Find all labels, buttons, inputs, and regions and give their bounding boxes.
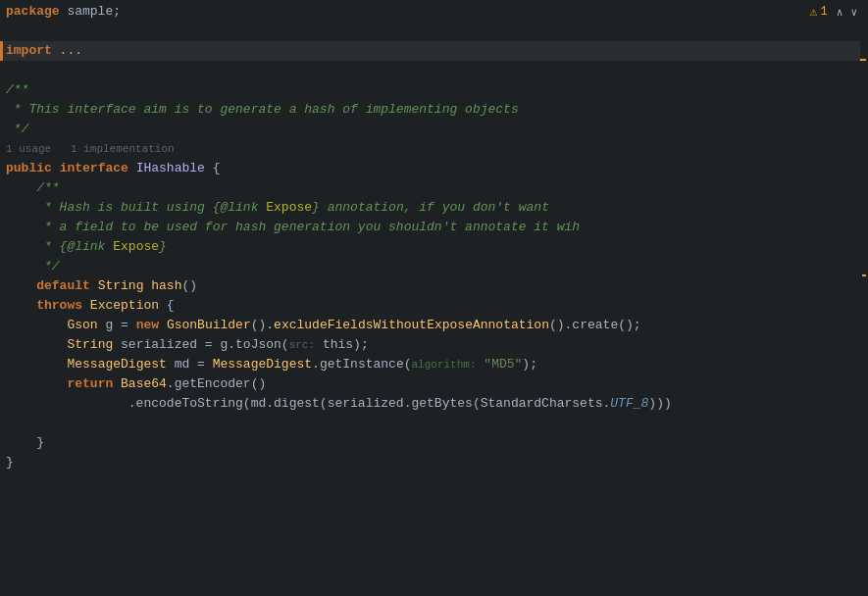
line-8: 1 usage 1 implementation [0, 139, 868, 159]
keyword-package: package [6, 4, 60, 19]
down-arrow[interactable]: ∨ [847, 5, 860, 20]
line-20: return Base64.getEncoder() [0, 374, 868, 394]
line-7: */ [0, 120, 868, 139]
line-13: * {@link Expose} [0, 237, 868, 257]
line-6: * This interface aim is to generate a ha… [0, 100, 868, 120]
line-3: import ... [0, 41, 868, 61]
up-arrow[interactable]: ∧ [834, 5, 846, 20]
line-21: .encodeToString(md.digest(serialized.get… [0, 394, 868, 414]
line-11: * Hash is built using {@link Expose} ann… [0, 198, 868, 218]
line-5: /** [0, 80, 868, 100]
code-area: package sample; import ... /** * This in… [0, 0, 868, 472]
line-22 [0, 414, 868, 433]
minimap-warning-2 [862, 274, 866, 276]
top-bar: ⚠ 1 ∧ ∨ [802, 0, 868, 24]
line-4 [0, 61, 868, 80]
line-24: } [0, 453, 868, 472]
line-19: MessageDigest md = MessageDigest.getInst… [0, 355, 868, 374]
line-12: * a field to be used for hash generation… [0, 218, 868, 237]
scrollbar-track[interactable] [860, 0, 868, 596]
nav-arrows[interactable]: ∧ ∨ [834, 5, 860, 20]
warning-count: 1 [821, 5, 828, 19]
warning-icon: ⚠ [810, 4, 818, 20]
warning-badge: ⚠ 1 [810, 4, 828, 20]
minimap-warning-1 [860, 59, 866, 61]
line-17: Gson g = new GsonBuilder().excludeFields… [0, 316, 868, 335]
gutter-accent [0, 41, 3, 61]
line-23: } [0, 433, 868, 453]
line-16: throws Exception { [0, 296, 868, 316]
line-18: String serialized = g.toJson(src: this); [0, 335, 868, 355]
line-15: default String hash() [0, 276, 868, 296]
line-14: */ [0, 257, 868, 276]
keyword-import: import [6, 43, 52, 58]
editor-container: ⚠ 1 ∧ ∨ package sample; import ... /** [0, 0, 868, 596]
line-9: public interface IHashable { [0, 159, 868, 178]
line-10: /** [0, 178, 868, 198]
line-2 [0, 22, 868, 41]
line-1: package sample; [0, 2, 868, 22]
